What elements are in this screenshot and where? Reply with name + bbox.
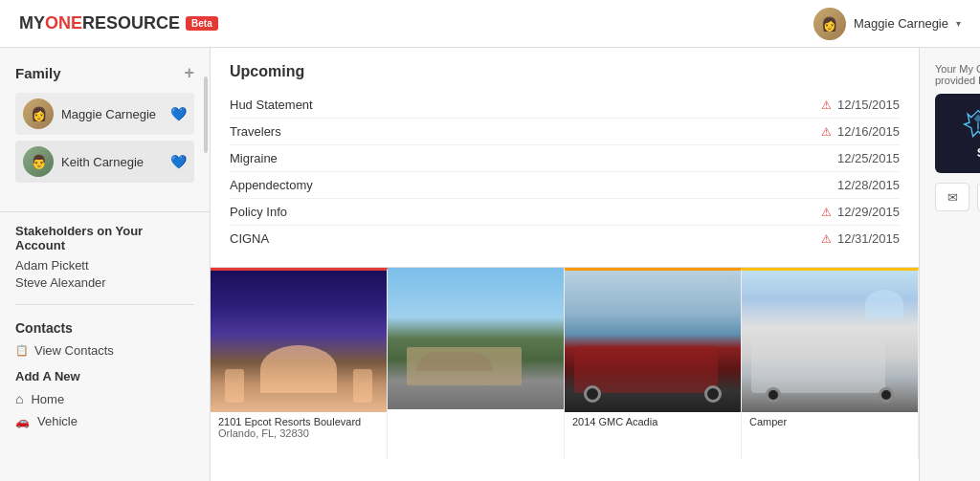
user-name: Maggie Carnegie bbox=[854, 16, 948, 31]
upcoming-item-name: Appendectomy bbox=[230, 178, 837, 192]
add-vehicle-label: Vehicle bbox=[37, 414, 78, 428]
upcoming-item-date: 12/31/2015 bbox=[837, 231, 900, 246]
avatar-img: 👩 bbox=[813, 8, 846, 40]
upcoming-item-date: 12/15/2015 bbox=[837, 98, 900, 112]
upcoming-item-date: 12/28/2015 bbox=[837, 178, 900, 192]
add-new-title: Add A New bbox=[15, 369, 194, 383]
heart-icon-2: 💙 bbox=[170, 154, 187, 169]
upcoming-item[interactable]: Travelers ⚠ 12/16/2015 bbox=[230, 119, 900, 145]
chevron-down-icon: ▾ bbox=[956, 18, 961, 29]
contacts-title: Contacts bbox=[15, 320, 194, 336]
logo: MYONERESOURCE Beta bbox=[19, 13, 218, 33]
stakeholder-adam: Adam Pickett bbox=[15, 258, 194, 273]
upcoming-item-name: Migraine bbox=[230, 151, 837, 165]
family-section: Family + 👩 Maggie Carnegie 💙 👨 Keith Car… bbox=[0, 63, 210, 204]
add-vehicle-item[interactable]: 🚗 Vehicle bbox=[15, 414, 194, 428]
right-panel: Your My One Resource account is provided… bbox=[920, 48, 980, 481]
provider-actions: ✉ 📞 Refer Me bbox=[935, 183, 980, 211]
header: MYONERESOURCE Beta 👩 Maggie Carnegie ▾ bbox=[0, 0, 980, 48]
upcoming-item-date: 12/25/2015 bbox=[837, 151, 900, 165]
sidebar-bottom: Contacts 📋 View Contacts Add A New ⌂ Hom… bbox=[0, 305, 210, 428]
upcoming-item-name: CIGNA bbox=[230, 231, 821, 246]
card-info bbox=[388, 409, 564, 417]
alert-icon: ⚠ bbox=[821, 206, 832, 219]
stakeholder-steve: Steve Alexander bbox=[15, 275, 194, 290]
card-title: 2101 Epcot Resorts Boulevard bbox=[218, 416, 379, 427]
cards-section: 2101 Epcot Resorts Boulevard Orlando, FL… bbox=[211, 268, 919, 459]
user-menu[interactable]: 👩 Maggie Carnegie ▾ bbox=[813, 8, 961, 40]
upcoming-item-name: Hud Statement bbox=[230, 98, 821, 112]
provider-person: Steve Alexander bbox=[948, 145, 980, 160]
provider-card: therewolf Steve Alexander bbox=[935, 94, 980, 173]
logo-text: MYONERESOURCE bbox=[19, 13, 180, 33]
family-member-keith[interactable]: 👨 Keith Carnegie 💙 bbox=[15, 141, 194, 183]
family-header: Family + bbox=[15, 63, 194, 83]
upcoming-item[interactable]: Hud Statement ⚠ 12/15/2015 bbox=[230, 92, 900, 119]
keith-avatar: 👨 bbox=[23, 146, 54, 177]
stakeholders-section: Stakeholders on Your Account Adam Picket… bbox=[0, 224, 210, 304]
upcoming-item[interactable]: CIGNA ⚠ 12/31/2015 bbox=[230, 226, 900, 251]
upcoming-item[interactable]: Appendectomy 12/28/2015 bbox=[230, 172, 900, 199]
sidebar: Family + 👩 Maggie Carnegie 💙 👨 Keith Car… bbox=[0, 48, 211, 481]
property-card[interactable]: 2101 Epcot Resorts Boulevard Orlando, FL… bbox=[211, 268, 388, 459]
logo-resource: RESOURCE bbox=[82, 13, 180, 33]
upcoming-list: Hud Statement ⚠ 12/15/2015 Travelers ⚠ 1… bbox=[230, 92, 900, 251]
upcoming-item-name: Travelers bbox=[230, 124, 821, 139]
alert-icon: ⚠ bbox=[821, 98, 832, 112]
scroll-bar[interactable] bbox=[204, 77, 208, 153]
card-title: Camper bbox=[749, 416, 910, 427]
logo-one: ONE bbox=[45, 13, 82, 33]
maggie-avatar: 👩 bbox=[23, 98, 54, 129]
property-card[interactable] bbox=[388, 268, 565, 459]
add-home-item[interactable]: ⌂ Home bbox=[15, 391, 194, 406]
alert-icon: ⚠ bbox=[821, 125, 832, 139]
property-card[interactable]: Camper bbox=[742, 268, 919, 459]
stakeholders-title: Stakeholders on Your Account bbox=[15, 224, 194, 252]
car-icon: 🚗 bbox=[15, 415, 30, 428]
view-contacts-label: View Contacts bbox=[34, 343, 114, 358]
card-info: 2101 Epcot Resorts Boulevard Orlando, FL… bbox=[211, 412, 387, 443]
upcoming-item[interactable]: Migraine 12/25/2015 bbox=[230, 145, 900, 172]
upcoming-item-date: 12/29/2015 bbox=[837, 205, 900, 219]
property-card[interactable]: 2014 GMC Acadia bbox=[565, 268, 742, 459]
avatar: 👩 bbox=[813, 8, 846, 40]
family-title: Family bbox=[15, 65, 61, 81]
upcoming-item[interactable]: Policy Info ⚠ 12/29/2015 bbox=[230, 199, 900, 226]
family-member-maggie[interactable]: 👩 Maggie Carnegie 💙 bbox=[15, 93, 194, 135]
view-contacts-link[interactable]: 📋 View Contacts bbox=[15, 343, 194, 358]
email-button[interactable]: ✉ bbox=[935, 183, 969, 211]
upcoming-section: Upcoming Hud Statement ⚠ 12/15/2015 Trav… bbox=[211, 48, 919, 268]
home-icon: ⌂ bbox=[15, 391, 23, 406]
upcoming-item-name: Policy Info bbox=[230, 205, 821, 219]
card-subtitle: Orlando, FL, 32830 bbox=[218, 427, 379, 439]
add-family-button[interactable]: + bbox=[184, 63, 194, 83]
card-title: 2014 GMC Acadia bbox=[572, 416, 733, 427]
beta-badge: Beta bbox=[186, 16, 218, 31]
upcoming-item-date: 12/16/2015 bbox=[837, 124, 900, 139]
provider-logo: therewolf bbox=[948, 107, 980, 142]
wolf-icon bbox=[961, 107, 980, 142]
keith-name: Keith Carnegie bbox=[61, 155, 163, 169]
provider-label: Your My One Resource account is provided… bbox=[935, 63, 980, 86]
contacts-icon: 📋 bbox=[15, 344, 29, 357]
upcoming-title: Upcoming bbox=[230, 63, 900, 80]
add-home-label: Home bbox=[31, 392, 64, 406]
add-new-section: Add A New ⌂ Home 🚗 Vehicle bbox=[15, 369, 194, 428]
envelope-icon: ✉ bbox=[947, 190, 958, 205]
center-content: Upcoming Hud Statement ⚠ 12/15/2015 Trav… bbox=[211, 48, 920, 481]
svg-marker-1 bbox=[973, 114, 980, 122]
card-info: 2014 GMC Acadia bbox=[565, 412, 741, 431]
heart-icon: 💙 bbox=[170, 106, 187, 121]
maggie-name: Maggie Carnegie bbox=[61, 107, 163, 121]
card-info: Camper bbox=[742, 412, 918, 431]
logo-my: MY bbox=[19, 13, 45, 33]
alert-icon: ⚠ bbox=[821, 232, 832, 246]
